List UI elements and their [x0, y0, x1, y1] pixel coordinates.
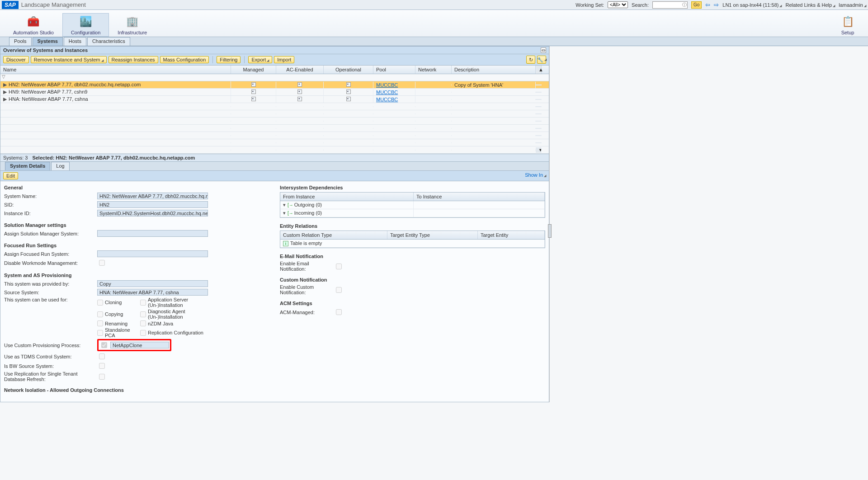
- reassign-button[interactable]: Reassign Instances: [108, 56, 158, 63]
- col-operational[interactable]: Operational: [324, 66, 373, 74]
- nav-back-icon[interactable]: ⇦: [705, 1, 710, 8]
- table-row[interactable]: ▶HNA: NetWeaver ABAP 7.77, cshna MUCCBC: [0, 96, 549, 103]
- managed-indicator: [251, 89, 256, 94]
- solman-assign-field: [97, 230, 208, 237]
- toolbar-configuration[interactable]: 🏙️ Configuration: [62, 13, 109, 37]
- tab-log[interactable]: Log: [51, 162, 69, 170]
- working-set-select[interactable]: <All>: [608, 1, 628, 8]
- tree-toggle-icon[interactable]: ▾: [283, 210, 286, 216]
- sid-label: SID:: [4, 202, 97, 207]
- solman-heading: Solution Manager settings: [4, 222, 271, 228]
- edit-bar: Edit Show In: [0, 171, 549, 181]
- focused-run-heading: Focused Run Settings: [4, 243, 271, 248]
- ac-indicator: [297, 97, 302, 101]
- filtering-button[interactable]: Filtering: [217, 56, 241, 63]
- search-help-icon[interactable]: ⓘ: [682, 2, 687, 8]
- remove-button[interactable]: Remove Instance and System: [31, 56, 107, 63]
- col-description[interactable]: Description: [452, 66, 536, 74]
- splitter-handle[interactable]: [548, 224, 552, 238]
- from-instance-col: From Instance: [280, 193, 414, 201]
- import-button[interactable]: Import: [274, 56, 294, 63]
- scroll-cell: [536, 85, 542, 85]
- email-enable-label: Enable Email Notification:: [280, 261, 334, 272]
- table-row: [0, 139, 549, 146]
- selected-label: Selected: HN2: NetWeaver ABAP 7.77, dbh0…: [32, 155, 195, 160]
- user-link[interactable]: lamaadmin: [839, 2, 866, 8]
- cb-replication: [140, 330, 146, 336]
- expand-icon[interactable]: ▶: [3, 96, 7, 102]
- overview-title: Overview of Systems and Instances: [3, 47, 88, 53]
- col-managed[interactable]: Managed: [231, 66, 276, 74]
- repl-refresh-label: Use Replication for Single Tenant Databa…: [4, 371, 97, 382]
- tab-characteristics[interactable]: Characteristics: [87, 37, 130, 46]
- collapse-icon[interactable]: ▭: [541, 47, 546, 53]
- intersystem-heading: Intersystem Dependencies: [280, 185, 545, 190]
- col-name[interactable]: Name: [0, 66, 231, 74]
- show-in-link[interactable]: Show In: [525, 172, 546, 179]
- incoming-label: Incoming (0): [294, 210, 322, 216]
- overview-title-bar: Overview of Systems and Instances ▭: [0, 46, 549, 54]
- right-column: [549, 46, 868, 402]
- instance-id-label: Instance ID:: [4, 211, 97, 216]
- working-set-label: Working Set:: [576, 2, 604, 8]
- main-area: Overview of Systems and Instances ▭ Disc…: [0, 46, 868, 402]
- status-row: Systems: 3 Selected: HN2: NetWeaver ABAP…: [0, 154, 549, 162]
- toolbar-setup[interactable]: 📋 Setup: [832, 13, 863, 37]
- mass-config-button[interactable]: Mass Configuration: [160, 56, 209, 63]
- tab-hosts[interactable]: Hosts: [64, 37, 86, 46]
- custom-notif-heading: Custom Notification: [280, 277, 545, 282]
- table-row[interactable]: ▶HN9: NetWeaver ABAP 7.77, cshn9 MUCCBC: [0, 89, 549, 96]
- col-ac-enabled[interactable]: AC-Enabled: [276, 66, 324, 74]
- col-scroll[interactable]: ▲: [536, 66, 542, 74]
- toolbar-automation-studio[interactable]: 🧰 Automation Studio: [5, 13, 62, 37]
- tree-toggle-icon[interactable]: ▾: [283, 202, 286, 207]
- detail-area: General System Name:HN2: NetWeaver ABAP …: [0, 181, 549, 402]
- go-button[interactable]: Go: [691, 1, 702, 9]
- related-links-link[interactable]: Related Links & Help: [785, 2, 835, 8]
- col-network[interactable]: Network: [415, 66, 452, 74]
- pool-link[interactable]: MUCCBC: [376, 89, 398, 95]
- table-row: [0, 132, 549, 139]
- tdms-label: Use as TDMS Control System:: [4, 354, 97, 359]
- fr-disable-label: Disable Workmode Management:: [4, 260, 97, 266]
- provided-by-label: This system was provided by:: [4, 281, 97, 287]
- sid-field: HN2: [97, 201, 208, 208]
- bw-label: Is BW Source System:: [4, 363, 97, 369]
- network-iso-heading: Network Isolation - Allowed Outgoing Con…: [4, 387, 271, 393]
- detail-right: Intersystem Dependencies From InstanceTo…: [280, 185, 545, 398]
- expand-icon[interactable]: ▶: [3, 82, 7, 87]
- configuration-icon: 🏙️: [79, 14, 93, 29]
- table-row: [0, 118, 549, 125]
- pool-link[interactable]: MUCCBC: [376, 82, 398, 88]
- table-row[interactable]: ▶HN2: NetWeaver ABAP 7.77, dbh02.muccbc.…: [0, 81, 549, 89]
- to-instance-col: To Instance: [414, 193, 545, 201]
- tab-pools[interactable]: Pools: [9, 37, 32, 46]
- general-heading: General: [4, 185, 271, 190]
- custom-prov-checkbox: [101, 342, 107, 348]
- toolbar-label: Automation Studio: [13, 30, 54, 35]
- detail-tabstrip: System Details Log: [0, 162, 549, 171]
- settings-icon[interactable]: 🔧: [537, 56, 546, 64]
- nav-forward-icon[interactable]: ⇨: [714, 1, 719, 8]
- expand-icon[interactable]: ▶: [3, 89, 7, 94]
- export-button[interactable]: Export: [248, 56, 272, 63]
- system-info-link[interactable]: LN1 on sap-lnx44 (11:58): [722, 2, 782, 8]
- managed-indicator: [251, 82, 256, 87]
- tab-system-details[interactable]: System Details: [5, 162, 50, 170]
- toolbar-infrastructure[interactable]: 🏢 Infrastructure: [109, 13, 156, 37]
- col-pool[interactable]: Pool: [373, 66, 415, 74]
- op-indicator: [346, 89, 351, 94]
- entity-table: Custom Relation Type Target Entity Type …: [280, 231, 545, 248]
- custom-prov-highlight: NetAppClone: [97, 339, 171, 351]
- tab-systems[interactable]: Systems: [33, 37, 63, 46]
- pool-link[interactable]: MUCCBC: [376, 97, 398, 102]
- acm-managed-checkbox: [336, 309, 342, 315]
- toolbar-label: Configuration: [71, 30, 100, 35]
- op-indicator: [346, 82, 351, 87]
- cb-cloning: [97, 300, 103, 306]
- refresh-icon[interactable]: ↻: [526, 56, 535, 64]
- automation-studio-icon: 🧰: [26, 14, 41, 29]
- edit-button[interactable]: Edit: [3, 172, 18, 179]
- filter-icon[interactable]: ▽: [0, 74, 7, 81]
- discover-button[interactable]: Discover: [3, 56, 29, 63]
